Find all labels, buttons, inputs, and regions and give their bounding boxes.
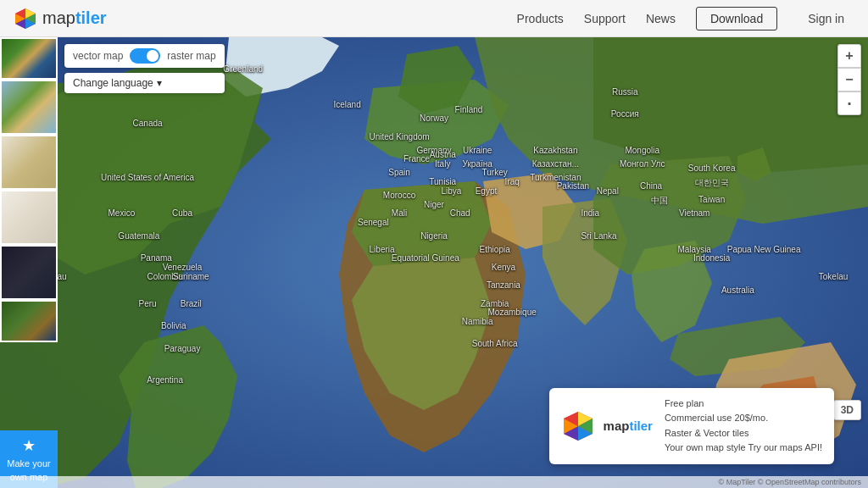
map-container[interactable]: GreenlandIcelandCanadaRussiaРоссияNorway… bbox=[0, 37, 868, 488]
navigation: Products Support News Download Sign in bbox=[517, 7, 854, 30]
attribution: © MapTiler © OpenStreetMap contributors bbox=[0, 476, 868, 488]
toggle-switch[interactable] bbox=[130, 48, 160, 64]
info-logo-text: maptiler bbox=[604, 419, 653, 433]
logo[interactable]: maptiler bbox=[14, 7, 107, 30]
nav-news[interactable]: News bbox=[646, 12, 676, 25]
signin-button[interactable]: Sign in bbox=[798, 8, 854, 30]
raster-map-label: raster map bbox=[167, 50, 215, 62]
info-text: Free plan Commercial use 20$/mo. Raster … bbox=[665, 396, 822, 456]
change-language-label: Change language bbox=[73, 77, 153, 89]
vector-map-label: vector map bbox=[73, 50, 123, 62]
thumbnail-light[interactable] bbox=[0, 190, 58, 245]
thumbnail-topo[interactable] bbox=[0, 80, 58, 135]
thumbnail-satellite[interactable] bbox=[0, 37, 58, 80]
sidebar-thumbnails bbox=[0, 37, 59, 342]
download-button[interactable]: Download bbox=[696, 7, 777, 30]
chevron-down-icon: ▾ bbox=[157, 77, 162, 89]
header: maptiler Products Support News Download … bbox=[0, 0, 868, 37]
nav-products[interactable]: Products bbox=[517, 12, 564, 25]
zoom-reset-button[interactable]: · bbox=[837, 92, 861, 115]
maptiler-info-logo bbox=[561, 409, 595, 443]
thumbnail-hybrid[interactable] bbox=[0, 300, 58, 342]
thumbnail-streets[interactable] bbox=[0, 135, 58, 190]
zoom-out-button[interactable]: − bbox=[837, 68, 861, 92]
maptiler-logo-icon bbox=[14, 7, 37, 30]
toggle-knob bbox=[147, 50, 159, 62]
info-tiles: Raster & Vector tiles bbox=[665, 428, 749, 438]
star-icon: ★ bbox=[22, 436, 36, 455]
try-api-link[interactable]: Try our maps API! bbox=[748, 442, 822, 452]
info-style: Your own map style bbox=[665, 442, 746, 452]
info-commercial: Commercial use 20$/mo. bbox=[665, 413, 768, 423]
nav-support[interactable]: Support bbox=[584, 12, 626, 25]
make-map-line1: Make your bbox=[7, 458, 50, 469]
3d-button[interactable]: 3D bbox=[833, 400, 861, 420]
info-card: maptiler Free plan Commercial use 20$/mo… bbox=[549, 388, 834, 464]
zoom-controls: + − · bbox=[837, 44, 861, 115]
zoom-in-button[interactable]: + bbox=[837, 44, 861, 68]
map-type-toggle[interactable]: vector map raster map bbox=[64, 44, 225, 68]
change-language-button[interactable]: Change language ▾ bbox=[64, 73, 225, 93]
logo-text: maptiler bbox=[42, 8, 107, 28]
info-plan: Free plan bbox=[665, 398, 704, 408]
thumbnail-dark[interactable] bbox=[0, 245, 58, 300]
map-top-controls: vector map raster map Change language ▾ bbox=[64, 44, 225, 93]
